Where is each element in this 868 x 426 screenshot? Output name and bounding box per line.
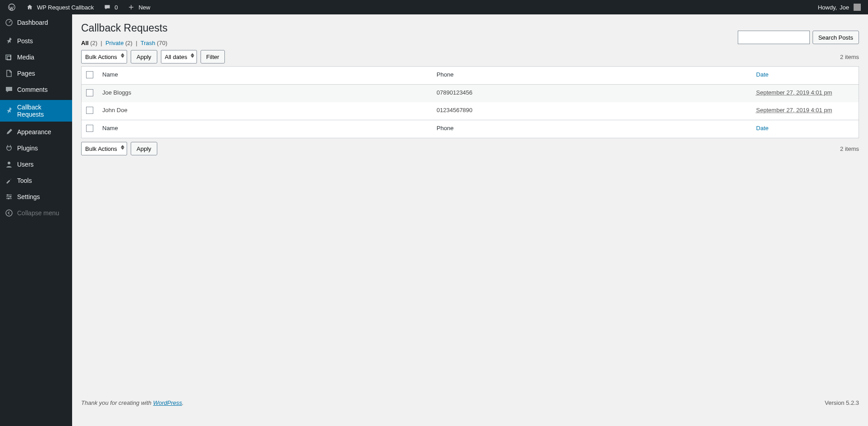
media-icon [5, 53, 14, 62]
site-name-text: WP Request Callback [37, 4, 94, 11]
howdy-user: Joe [840, 4, 849, 11]
sidebar-item-label: Pages [17, 70, 35, 77]
table-body: Joe Bloggs07890123456September 27, 2019 … [82, 85, 859, 120]
account-link[interactable]: Howdy, Joe [814, 0, 864, 14]
pin-icon [5, 36, 14, 45]
new-content-link[interactable]: New [123, 0, 154, 14]
admin-footer: Thank you for creating with WordPress. V… [81, 399, 859, 406]
sliders-icon [5, 192, 14, 201]
sidebar-item-label: Callback Requests [17, 104, 68, 118]
status-filter-trash[interactable]: Trash [141, 40, 157, 46]
bulk-action-select-bottom[interactable]: Bulk Actions [81, 142, 127, 155]
status-count: (2) [90, 40, 97, 46]
cell-name[interactable]: Joe Bloggs [98, 85, 432, 103]
apply-button-top[interactable]: Apply [131, 50, 157, 63]
pin-icon [5, 106, 14, 115]
date-filter-select[interactable]: All dates [161, 50, 197, 63]
sidebar-item-label: Tools [17, 177, 32, 184]
sidebar-item-posts[interactable]: Posts [0, 33, 72, 49]
tablenav-top: Bulk Actions Apply All dates Filter 2 it… [81, 50, 859, 63]
search-button[interactable]: Search Posts [813, 31, 859, 44]
footer-thank-prefix: Thank you for creating with [81, 399, 153, 406]
bulk-action-select-top[interactable]: Bulk Actions [81, 50, 127, 63]
apply-button-bottom[interactable]: Apply [131, 142, 157, 155]
select-all-bottom[interactable] [86, 125, 93, 132]
col-header-phone[interactable]: Phone [432, 67, 752, 85]
row-checkbox[interactable] [86, 89, 93, 96]
plus-icon [127, 3, 136, 12]
row-checkbox[interactable] [86, 107, 93, 114]
howdy-prefix: Howdy, [818, 4, 837, 11]
search-area: Search Posts [738, 31, 859, 44]
tablenav-bottom: Bulk Actions Apply 2 items [81, 142, 859, 155]
sidebar-item-label: Settings [17, 193, 40, 200]
collapse-menu[interactable]: Collapse menu [0, 205, 72, 221]
filter-button[interactable]: Filter [201, 50, 225, 63]
sidebar-item-pages[interactable]: Pages [0, 65, 72, 82]
svg-point-4 [7, 195, 9, 196]
cell-name[interactable]: John Doe [98, 102, 432, 120]
col-footer-phone[interactable]: Phone [432, 120, 752, 138]
home-icon [25, 3, 34, 12]
status-filter-all[interactable]: All [81, 40, 90, 46]
sidebar-item-label: Posts [17, 37, 33, 45]
sidebar-item-label: Dashboard [17, 19, 48, 26]
site-name-link[interactable]: WP Request Callback [22, 0, 97, 14]
sidebar-item-label: Appearance [17, 128, 51, 136]
sidebar-item-callback-requests[interactable]: Callback Requests [0, 100, 72, 122]
sidebar-item-label: Comments [17, 86, 48, 93]
sidebar-item-settings[interactable]: Settings [0, 189, 72, 205]
table-row: Joe Bloggs07890123456September 27, 2019 … [82, 85, 859, 103]
dashboard-icon [5, 18, 14, 27]
col-header-name[interactable]: Name [98, 67, 432, 85]
wordpress-icon [7, 3, 16, 12]
col-footer-name[interactable]: Name [98, 120, 432, 138]
search-input[interactable] [738, 31, 810, 44]
footer-version: Version 5.2.3 [825, 399, 859, 406]
sidebar-item-tools[interactable]: Tools [0, 172, 72, 189]
svg-point-7 [6, 210, 12, 216]
collapse-label: Collapse menu [17, 209, 59, 217]
sidebar-item-plugins[interactable]: Plugins [0, 140, 72, 156]
svg-point-6 [8, 198, 9, 199]
new-label: New [138, 4, 150, 11]
svg-point-5 [10, 196, 11, 198]
avatar-icon [854, 4, 861, 11]
collapse-icon [5, 208, 14, 218]
cell-date: September 27, 2019 4:01 pm [752, 102, 859, 120]
comments-count: 0 [114, 4, 118, 11]
wp-logo[interactable] [4, 0, 20, 14]
cell-phone: 01234567890 [432, 102, 752, 120]
admin-bar: WP Request Callback 0 New Howdy, Joe [0, 0, 868, 14]
sidebar-item-appearance[interactable]: Appearance [0, 124, 72, 140]
sidebar-item-users[interactable]: Users [0, 156, 72, 172]
page-icon [5, 69, 14, 78]
sidebar-item-comments[interactable]: Comments [0, 82, 72, 98]
cell-phone: 07890123456 [432, 85, 752, 103]
footer-wp-link[interactable]: WordPress [153, 399, 182, 406]
callback-table: Name Phone Date Joe Bloggs07890123456Sep… [81, 66, 859, 138]
user-icon [5, 160, 14, 169]
comment-icon [5, 85, 14, 94]
status-count: (2) [125, 40, 132, 46]
sidebar-item-label: Media [17, 54, 34, 61]
sidebar-item-dashboard[interactable]: Dashboard [0, 14, 72, 31]
comment-icon [103, 3, 112, 12]
col-header-date[interactable]: Date [756, 71, 768, 78]
col-footer-date[interactable]: Date [756, 125, 768, 131]
sidebar-item-media[interactable]: Media [0, 49, 72, 65]
cell-date: September 27, 2019 4:01 pm [752, 85, 859, 103]
wrench-icon [5, 176, 14, 185]
svg-point-3 [8, 162, 10, 164]
brush-icon [5, 127, 14, 136]
comments-link[interactable]: 0 [99, 0, 121, 14]
sidebar-item-label: Users [17, 161, 34, 168]
table-row: John Doe01234567890September 27, 2019 4:… [82, 102, 859, 120]
status-filter-private[interactable]: Private [105, 40, 125, 46]
sidebar-item-label: Plugins [17, 145, 38, 152]
admin-sidebar: DashboardPostsMediaPagesCommentsCallback… [0, 14, 72, 426]
items-count-bottom: 2 items [840, 145, 859, 152]
select-all-top[interactable] [86, 71, 93, 78]
plug-icon [5, 144, 14, 153]
footer-thank-suffix: . [182, 399, 184, 406]
